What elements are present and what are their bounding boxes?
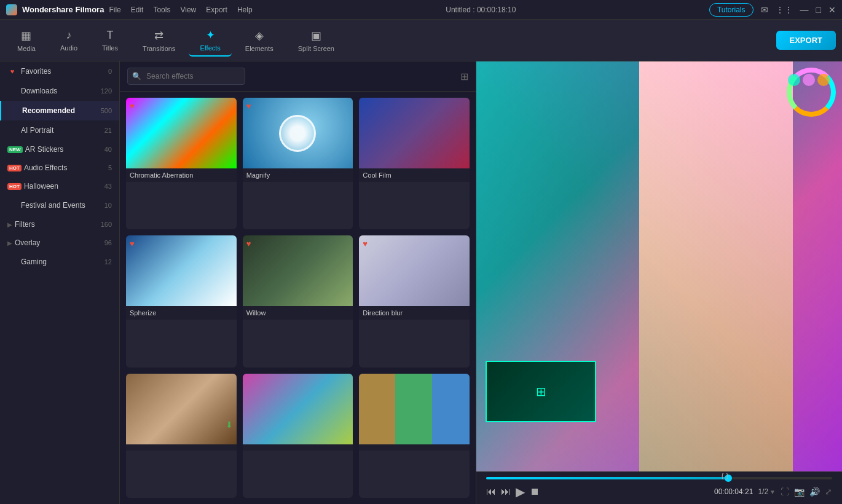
frame-back-button[interactable]: ⏭ [501,486,511,497]
fav-icon-magnify: ♥ [246,101,251,111]
effect-thumb-row3a: ⬇ [126,374,237,444]
audio-icon: ♪ [66,29,72,42]
sidebar-item-ar-stickers[interactable]: NEW AR Stickers 40 [0,140,119,159]
sidebar-recommended-label: Recommended [22,106,98,115]
toolbar-transitions[interactable]: ⇄ Transitions [132,25,186,56]
effect-cool-film[interactable]: Cool Film [359,98,470,229]
stop-button[interactable]: ⏹ [530,486,540,497]
sidebar-ai-count: 21 [104,127,112,134]
split-screen-icon: ▣ [311,29,321,42]
fav-icon-spherize: ♥ [130,239,135,248]
effect-row3b[interactable] [243,374,353,498]
search-input[interactable] [127,68,245,85]
menu-export[interactable]: Export [206,6,227,14]
window-controls: — □ ✕ [800,5,836,15]
new-badge: NEW [7,146,23,153]
sidebar-item-halloween[interactable]: HOT Halloween 43 [0,177,119,195]
effect-spherize[interactable]: ♥ Spherize [126,235,237,367]
titles-icon: T [107,29,114,42]
sidebar-item-overlay[interactable]: ▶ Overlay 96 [0,234,119,252]
progress-bar[interactable]: { } [486,477,832,479]
sidebar-item-ai-portrait[interactable]: AI Portrait 21 [0,120,119,140]
maximize-button[interactable]: □ [816,5,821,15]
titlebar: Wondershare Filmora File Edit Tools View… [0,0,842,20]
preview-glow-circles [788,74,830,86]
sidebar-favorites-count: 0 [108,68,112,75]
effect-name-magnify: Magnify [243,168,353,182]
sidebar-gaming-count: 12 [104,258,112,266]
transport-bar: { } ⏮ ⏭ ▶ ⏹ 00:00:04:21 1/2 ▼ ⛶ 📷 🔊 [476,471,842,504]
toolbar-media[interactable]: ▦ Media [6,25,47,56]
sidebar-item-audio-effects[interactable]: HOT Audio Effects 5 [0,159,119,177]
toolbar-titles[interactable]: T Titles [91,25,129,55]
effect-direction-blur[interactable]: ♥ Direction blur [359,235,470,367]
search-wrap: 🔍 [127,68,455,85]
menu-tools[interactable]: Tools [153,6,170,14]
effect-chromatic-aberration[interactable]: ♥ Chromatic Aberration [126,98,237,229]
close-button[interactable]: ✕ [828,5,836,15]
effect-row3a[interactable]: ⬇ [126,374,237,498]
sidebar-audio-count: 5 [108,164,112,171]
sidebar-item-recommended[interactable]: Recommended 500 [0,101,119,120]
media-icon: ▦ [21,29,31,42]
effect-thumb-dirblur: ♥ [359,235,470,306]
menu-edit[interactable]: Edit [131,6,144,14]
toolbar-split-screen[interactable]: ▣ Split Screen [287,25,345,56]
ai-portrait-icon [7,125,17,135]
toolbar-elements[interactable]: ◈ Elements [234,25,285,56]
overlay-chevron-icon: ▶ [7,240,12,246]
gaming-icon [7,257,17,267]
sidebar-overlay-label: Overlay [15,238,102,247]
page-dropdown-icon[interactable]: ▼ [769,489,776,495]
page-indicator-wrap: 1/2 ▼ [758,487,776,496]
effect-row3c[interactable] [359,374,470,498]
sidebar-item-filters[interactable]: ▶ Filters 160 [0,215,119,234]
preview-screen-decoration: ⊞ [486,361,596,422]
elements-icon: ◈ [255,29,264,42]
download-icon-row3a: ⬇ [226,420,233,430]
effects-panel: 🔍 ⊞ ♥ Chromatic Aberration ♥ Magnify [120,61,476,504]
toolbar-effects[interactable]: ✦ Effects [189,25,231,57]
toolbar: ▦ Media ♪ Audio T Titles ⇄ Transitions ✦… [0,20,842,61]
effect-thumb-row3c [359,374,470,444]
sidebar-gaming-label: Gaming [21,258,102,266]
hot-badge-audio: HOT [7,165,22,171]
effect-thumb-row3b [243,374,353,444]
export-button[interactable]: EXPORT [776,31,836,50]
notification-icon[interactable]: ✉ [761,5,768,15]
effect-name-row3a [126,444,237,451]
sidebar: ♥ Favorites 0 Downloads 120 Recommended … [0,61,120,504]
effects-icon: ✦ [206,28,215,42]
grid-view-toggle[interactable]: ⊞ [460,71,468,82]
menu-file[interactable]: File [109,6,120,14]
settings-icon[interactable]: ⤢ [825,487,832,497]
sidebar-downloads-count: 120 [101,87,112,95]
sidebar-item-favorites[interactable]: ♥ Favorites 0 [0,61,119,81]
menu-help[interactable]: Help [237,6,253,14]
timecode-display: 00:00:04:21 [714,487,753,496]
menu-view[interactable]: View [180,6,196,14]
minimize-button[interactable]: — [800,5,809,15]
effect-magnify[interactable]: ♥ Magnify [243,98,353,229]
toolbar-elements-label: Elements [245,45,273,52]
titlebar-right: Tutorials ✉ ⋮⋮ — □ ✕ [709,3,836,17]
sidebar-halloween-label: Halloween [24,182,102,191]
titlebar-left: Wondershare Filmora File Edit Tools View… [6,4,253,15]
grid-icon[interactable]: ⋮⋮ [776,5,793,15]
effect-name-spherize: Spherize [126,306,237,320]
toolbar-media-label: Media [17,45,36,52]
sidebar-overlay-count: 96 [104,239,112,246]
snapshot-icon[interactable]: 📷 [794,487,805,497]
sidebar-item-festival[interactable]: Festival and Events 10 [0,195,119,215]
toolbar-audio[interactable]: ♪ Audio [49,25,89,55]
fullscreen-icon[interactable]: ⛶ [781,487,789,497]
downloads-icon [7,86,17,96]
tutorials-button[interactable]: Tutorials [709,3,753,17]
effect-willow[interactable]: ♥ Willow [243,235,353,367]
sidebar-recommended-count: 500 [101,107,112,114]
sidebar-item-gaming[interactable]: Gaming 12 [0,252,119,272]
volume-icon[interactable]: 🔊 [809,487,820,497]
play-button[interactable]: ▶ [516,484,525,499]
step-back-button[interactable]: ⏮ [486,486,496,497]
sidebar-item-downloads[interactable]: Downloads 120 [0,81,119,101]
